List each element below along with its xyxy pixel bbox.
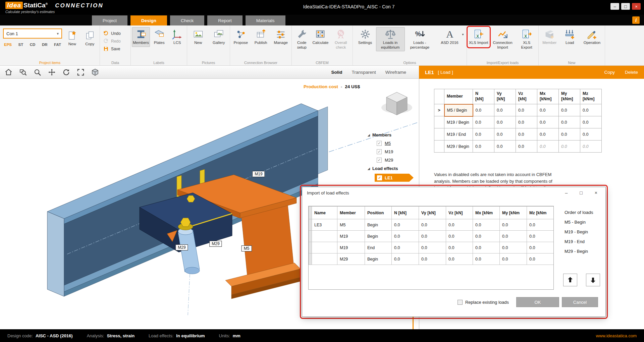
dialog-column-header-mz-knm[interactable]: Mz [kNm (527, 207, 554, 219)
dialog-table-row[interactable]: M29Begin0.00.00.00.00.00.0 (309, 253, 554, 265)
dialog-cell[interactable] (312, 231, 337, 242)
ribbon-button-publish[interactable]: Publish (251, 27, 271, 47)
ribbon-button-connection-import[interactable]: Connection Import (490, 27, 516, 51)
table-row[interactable]: >M5 / Begin0.00.00.00.00.00.0 (434, 104, 602, 116)
value-cell[interactable]: 0.0 (473, 116, 494, 128)
value-cell[interactable]: 0.0 (559, 140, 580, 153)
move-up-button[interactable] (563, 274, 577, 286)
zoom-window-icon[interactable] (18, 68, 28, 77)
dialog-cell[interactable]: 0.0 (473, 242, 500, 253)
table-row[interactable]: M19 / Begin0.00.00.00.00.00.0 (434, 116, 602, 128)
dialog-cell[interactable]: Begin (365, 231, 392, 242)
value-cell[interactable]: 0.0 (537, 104, 559, 116)
dialog-cell[interactable]: M19 (337, 231, 365, 242)
project-item-selector[interactable]: Con 1▾ (3, 28, 62, 39)
tree-load-effects-header[interactable]: ◢Load effects (368, 166, 415, 171)
view-mode-transparent[interactable]: Transparent (352, 70, 376, 75)
dialog-column-header-vz-kn[interactable]: Vz [kN] (446, 207, 473, 219)
dialog-column-header-my-knm[interactable]: My [kNm (500, 207, 527, 219)
order-item-m5-begin[interactable]: M5 - Begin (565, 220, 607, 225)
value-cell[interactable]: 0.0 (494, 140, 516, 153)
tree-members-header[interactable]: ◢Members (368, 132, 415, 137)
ribbon-button-manage[interactable]: Manage (271, 27, 290, 47)
close-button[interactable]: × (632, 3, 641, 10)
value-cell[interactable]: 0.0 (537, 116, 559, 128)
column-header-my[interactable]: My[kNm] (559, 89, 580, 104)
dialog-cell[interactable]: 0.0 (527, 253, 554, 265)
value-cell[interactable]: 0.0 (516, 116, 537, 128)
value-cell[interactable]: 0.0 (537, 128, 559, 140)
column-header-mz[interactable]: Mz[kNm] (580, 89, 602, 104)
ribbon-button-xls-import[interactable]: XXLS Import (468, 27, 489, 47)
column-header-vy[interactable]: Vy[kN] (494, 89, 516, 104)
value-cell[interactable]: 0.0 (473, 140, 494, 153)
dialog-cell[interactable]: 0.0 (473, 219, 500, 231)
column-header-n[interactable]: N[kN] (473, 89, 494, 104)
dialog-maximize-button[interactable]: □ (580, 190, 582, 195)
delete-load-button[interactable]: Delete (625, 70, 638, 75)
rotate-icon[interactable] (62, 68, 71, 77)
checkbox-icon[interactable]: ✓ (377, 175, 382, 180)
row-selector[interactable]: > (434, 104, 444, 116)
dialog-cell[interactable]: 0.0 (527, 219, 554, 231)
ribbon-button-loads-in-equilibrium[interactable]: Loads in equilibrium (376, 27, 405, 51)
tab-project[interactable]: Project (92, 15, 127, 25)
dialog-table-row[interactable]: M19End0.00.00.00.00.00.0 (309, 242, 554, 253)
dialog-cell[interactable]: M19 (337, 242, 365, 253)
dialog-column-header-mx-knm[interactable]: Mx [kNm (473, 207, 500, 219)
dialog-cell[interactable]: 0.0 (446, 231, 473, 242)
value-cell[interactable]: 0.0 (559, 116, 580, 128)
ok-button[interactable]: OK (516, 297, 559, 307)
dialog-column-header-n-kn[interactable]: N [kN] (392, 207, 419, 219)
dialog-cell[interactable]: 0.0 (473, 231, 500, 242)
ribbon-button-load[interactable]: Load (560, 27, 579, 47)
clipping-cube-icon[interactable] (91, 68, 100, 77)
value-cell[interactable]: 0.0 (494, 128, 516, 140)
dialog-cell[interactable]: 0.0 (500, 219, 527, 231)
order-item-m19-end[interactable]: M19 - End (565, 239, 607, 244)
value-cell[interactable]: 0.0 (494, 104, 516, 116)
dialog-cell[interactable]: End (365, 242, 392, 253)
value-cell[interactable]: 0.0 (516, 104, 537, 116)
dialog-cell[interactable]: 0.0 (500, 242, 527, 253)
tree-item-le1[interactable]: ✓LE1 (375, 174, 414, 182)
ribbon-button-code-setup[interactable]: Code setup (293, 27, 311, 51)
tree-item-m5[interactable]: ✓M5 (377, 141, 415, 146)
ribbon-button-plates[interactable]: Plates (151, 27, 168, 47)
member-cell[interactable]: M5 / Begin (444, 104, 473, 116)
dialog-cell[interactable]: M5 (337, 219, 365, 231)
dialog-column-header-position[interactable]: Position (365, 207, 392, 219)
item-type-eps[interactable]: EPS (4, 43, 12, 47)
dialog-cell[interactable]: 0.0 (527, 231, 554, 242)
checkbox-icon[interactable]: ✓ (377, 149, 382, 154)
order-item-m29-begin[interactable]: M29 - Begin (565, 249, 607, 254)
dialog-column-header-name[interactable]: Name (312, 207, 337, 219)
dialog-cell[interactable] (312, 242, 337, 253)
item-type-dr[interactable]: DR (42, 43, 48, 47)
ribbon-button-settings[interactable]: Settings (355, 27, 375, 47)
row-selector[interactable] (309, 253, 312, 265)
website-link[interactable]: www.ideastatica.com (596, 333, 637, 338)
ribbon-button-save[interactable]: Save (101, 46, 129, 52)
tree-item-m29[interactable]: ✓M29 (377, 158, 415, 163)
dialog-cell[interactable]: 0.0 (446, 253, 473, 265)
item-type-fat[interactable]: FAT (54, 43, 61, 47)
ribbon-button-operation[interactable]: Operation (580, 27, 604, 47)
dialog-cell[interactable]: 0.0 (392, 253, 419, 265)
column-header-mx[interactable]: Mx[kNm] (537, 89, 559, 104)
navigation-cube[interactable] (378, 87, 415, 119)
row-selector[interactable] (434, 140, 444, 153)
dialog-close-button[interactable]: × (595, 190, 597, 195)
dialog-cell[interactable]: 0.0 (419, 231, 446, 242)
dialog-cell[interactable]: 0.0 (527, 242, 554, 253)
ribbon-button-calculate[interactable]: Calculate (311, 27, 329, 47)
ribbon-button-new[interactable]: New (65, 28, 80, 48)
dialog-cell[interactable]: 0.0 (392, 242, 419, 253)
replace-existing-loads-checkbox[interactable] (458, 300, 463, 305)
copy-load-button[interactable]: Copy (604, 70, 615, 75)
dialog-table-row[interactable]: M19Begin0.00.00.00.00.00.0 (309, 231, 554, 242)
tab-check[interactable]: Check (170, 15, 204, 25)
replace-existing-loads-option[interactable]: Replace existing loads (458, 300, 509, 305)
member-cell[interactable]: M29 / Begin (444, 140, 473, 153)
ribbon-button-undo[interactable]: Undo (101, 30, 129, 37)
